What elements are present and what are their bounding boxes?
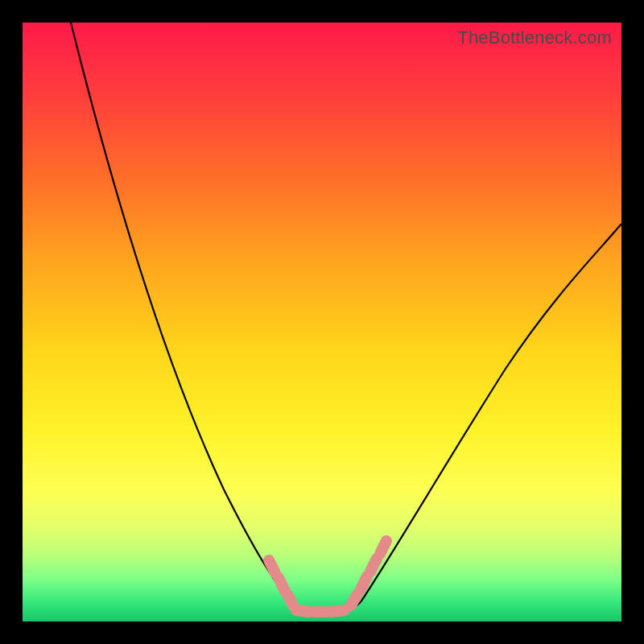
curve-right (361, 224, 621, 602)
svg-line-6 (351, 594, 357, 605)
plot-area: TheBottleneck.com (23, 23, 621, 621)
marker-group-bottom (296, 610, 345, 612)
svg-line-5 (332, 610, 345, 612)
svg-line-2 (288, 596, 293, 605)
chart-frame: TheBottleneck.com (0, 0, 644, 644)
marker-group-right (351, 541, 386, 605)
bottleneck-curve (23, 23, 621, 621)
svg-line-8 (370, 559, 377, 572)
marker-group-left (269, 560, 293, 605)
svg-line-0 (269, 560, 275, 573)
svg-line-1 (279, 578, 285, 591)
svg-line-3 (296, 610, 309, 612)
curve-left (71, 23, 292, 602)
svg-line-7 (361, 576, 367, 589)
svg-line-9 (380, 541, 386, 554)
